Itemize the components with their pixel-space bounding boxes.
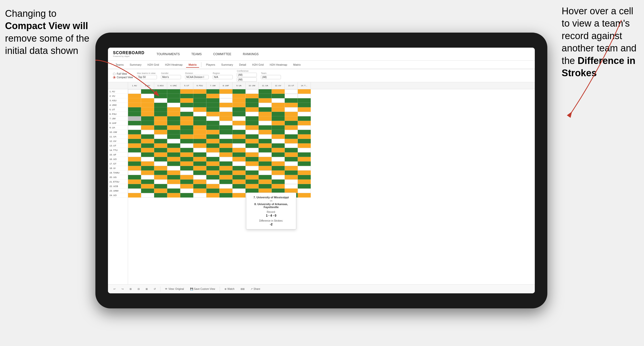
grid-cell[interactable] — [246, 166, 259, 170]
grid-cell[interactable] — [219, 152, 232, 157]
grid-cell[interactable] — [128, 89, 141, 94]
toolbar-btn-4[interactable]: ⊟ — [136, 287, 141, 291]
grid-cell[interactable] — [285, 130, 298, 134]
grid-cell[interactable] — [219, 125, 232, 130]
grid-cell[interactable] — [246, 161, 259, 166]
grid-cell[interactable] — [193, 103, 206, 107]
grid-cell[interactable] — [272, 125, 285, 130]
grid-cell[interactable] — [272, 89, 285, 94]
grid-cell[interactable] — [141, 130, 154, 134]
grid-cell[interactable] — [219, 170, 232, 175]
subnav-matrix1[interactable]: Matrix — [186, 62, 199, 68]
grid-cell[interactable] — [232, 161, 246, 166]
grid-cell[interactable] — [272, 143, 285, 148]
grid-cell[interactable] — [285, 184, 298, 189]
grid-cell[interactable] — [259, 94, 272, 98]
grid-cell[interactable] — [285, 134, 298, 139]
grid-cell[interactable] — [180, 143, 193, 148]
grid-cell[interactable] — [141, 107, 154, 112]
grid-cell[interactable] — [180, 148, 193, 152]
grid-cell[interactable] — [141, 148, 154, 152]
grid-cell[interactable] — [232, 189, 246, 193]
grid-cell[interactable] — [259, 134, 272, 139]
grid-cell[interactable] — [128, 180, 141, 184]
share-button[interactable]: ↗ Share — [249, 287, 262, 291]
grid-cell[interactable] — [180, 130, 193, 134]
grid-cell[interactable] — [285, 175, 298, 180]
grid-cell[interactable] — [232, 98, 246, 103]
grid-cell[interactable] — [128, 166, 141, 170]
grid-cell[interactable] — [193, 107, 206, 112]
grid-cell[interactable] — [206, 139, 219, 143]
grid-cell[interactable] — [128, 143, 141, 148]
grid-cell[interactable] — [141, 189, 154, 193]
grid-cell[interactable] — [154, 152, 167, 157]
grid-cell[interactable] — [128, 152, 141, 157]
grid-cell[interactable] — [285, 180, 298, 184]
grid-cell[interactable] — [154, 175, 167, 180]
grid-cell[interactable] — [232, 193, 246, 198]
grid-cell[interactable] — [298, 180, 311, 184]
subnav-h2h-grid1[interactable]: H2H Grid — [145, 62, 161, 68]
grid-cell[interactable] — [246, 98, 259, 103]
grid-cell[interactable] — [232, 152, 246, 157]
grid-cell[interactable] — [167, 152, 180, 157]
grid-cell[interactable] — [193, 193, 206, 198]
grid-cell[interactable] — [206, 170, 219, 175]
subnav-h2h-heatmap2[interactable]: H2H Heatmap — [267, 62, 290, 68]
grid-cell[interactable] — [272, 103, 285, 107]
grid-cell[interactable] — [259, 157, 272, 161]
grid-cell[interactable] — [298, 94, 311, 98]
grid-cell[interactable] — [206, 180, 219, 184]
grid-cell[interactable] — [232, 184, 246, 189]
grid-cell[interactable] — [180, 184, 193, 189]
toolbar-btn-3[interactable]: ⊞ — [128, 287, 133, 291]
grid-cell[interactable] — [141, 175, 154, 180]
grid-cell[interactable] — [141, 152, 154, 157]
grid-cell[interactable] — [259, 112, 272, 116]
grid-cell[interactable] — [141, 134, 154, 139]
grid-cell[interactable] — [246, 103, 259, 107]
grid-cell[interactable] — [272, 116, 285, 121]
subnav-matrix2[interactable]: Matrix — [291, 62, 303, 68]
grid-cell[interactable] — [298, 152, 311, 157]
grid-cell[interactable] — [285, 116, 298, 121]
grid-cell[interactable] — [246, 180, 259, 184]
grid-cell[interactable] — [285, 107, 298, 112]
grid-cell[interactable] — [285, 89, 298, 94]
grid-cell[interactable] — [285, 161, 298, 166]
grid-cell[interactable] — [141, 112, 154, 116]
grid-cell[interactable] — [206, 157, 219, 161]
grid-cell[interactable] — [219, 161, 232, 166]
gender-select[interactable]: Men's — [161, 75, 181, 79]
grid-cell[interactable] — [193, 180, 206, 184]
grid-cell[interactable] — [206, 175, 219, 180]
grid-cell[interactable] — [167, 134, 180, 139]
grid-cell[interactable] — [259, 143, 272, 148]
grid-cell[interactable] — [259, 121, 272, 125]
grid-cell[interactable] — [128, 134, 141, 139]
grid-cell[interactable] — [193, 139, 206, 143]
division-select[interactable]: NCAA Division I — [185, 75, 209, 79]
grid-cell[interactable] — [180, 175, 193, 180]
grid-cell[interactable] — [206, 98, 219, 103]
grid-cell[interactable] — [246, 116, 259, 121]
grid-cell[interactable] — [154, 170, 167, 175]
grid-cell[interactable] — [167, 148, 180, 152]
grid-cell[interactable] — [193, 116, 206, 121]
grid-cell[interactable] — [298, 157, 311, 161]
grid-cell[interactable] — [285, 152, 298, 157]
grid-cell[interactable] — [232, 170, 246, 175]
grid-cell[interactable] — [154, 89, 167, 94]
grid-cell[interactable] — [246, 89, 259, 94]
grid-cell[interactable] — [193, 143, 206, 148]
grid-cell[interactable] — [219, 175, 232, 180]
grid-cell[interactable] — [206, 161, 219, 166]
grid-cell[interactable] — [285, 125, 298, 130]
grid-cell[interactable] — [219, 193, 232, 198]
grid-cell[interactable] — [180, 170, 193, 175]
grid-cell[interactable] — [128, 130, 141, 134]
grid-cell[interactable] — [285, 170, 298, 175]
grid-cell[interactable] — [193, 94, 206, 98]
grid-cell[interactable] — [259, 98, 272, 103]
